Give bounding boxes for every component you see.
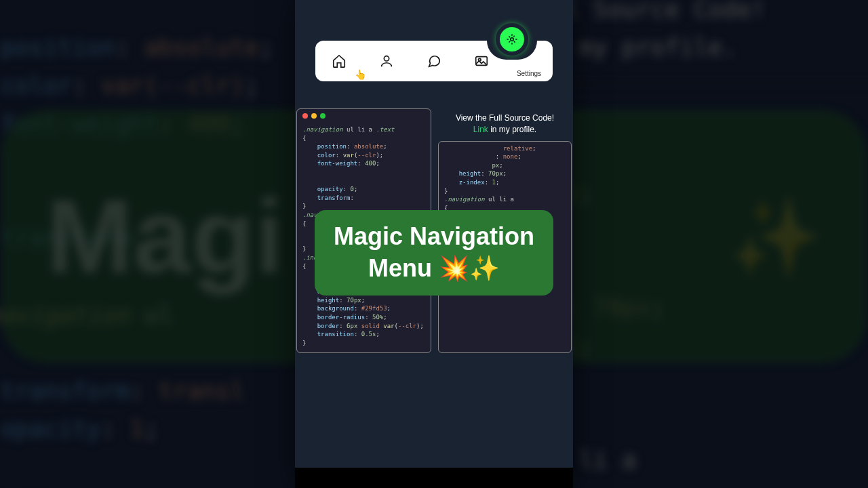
nav-label-settings: Settings bbox=[517, 70, 541, 77]
maximize-dot-icon[interactable] bbox=[320, 113, 326, 119]
title-banner: Magic Navigation Menu 💥✨ bbox=[315, 210, 553, 296]
chat-icon bbox=[427, 54, 441, 68]
nav-item-home[interactable]: 👆 bbox=[315, 41, 363, 81]
nav-item-profile[interactable] bbox=[363, 41, 410, 81]
nav-item-chat[interactable] bbox=[410, 41, 458, 81]
navigation-bar: 👆 Settings bbox=[315, 41, 553, 81]
window-controls bbox=[297, 109, 431, 123]
gear-icon bbox=[506, 33, 518, 45]
minimize-dot-icon[interactable] bbox=[311, 113, 317, 119]
close-dot-icon[interactable] bbox=[302, 113, 308, 119]
photo-icon bbox=[474, 54, 489, 68]
nav-indicator bbox=[496, 23, 528, 56]
profile-link[interactable]: Link bbox=[473, 125, 488, 134]
svg-point-0 bbox=[384, 56, 389, 61]
home-icon bbox=[332, 54, 347, 68]
user-icon bbox=[379, 54, 394, 68]
svg-point-3 bbox=[511, 38, 514, 41]
bottom-bar bbox=[295, 468, 573, 488]
source-caption: View the Full Source Code! Link in my pr… bbox=[438, 108, 572, 141]
